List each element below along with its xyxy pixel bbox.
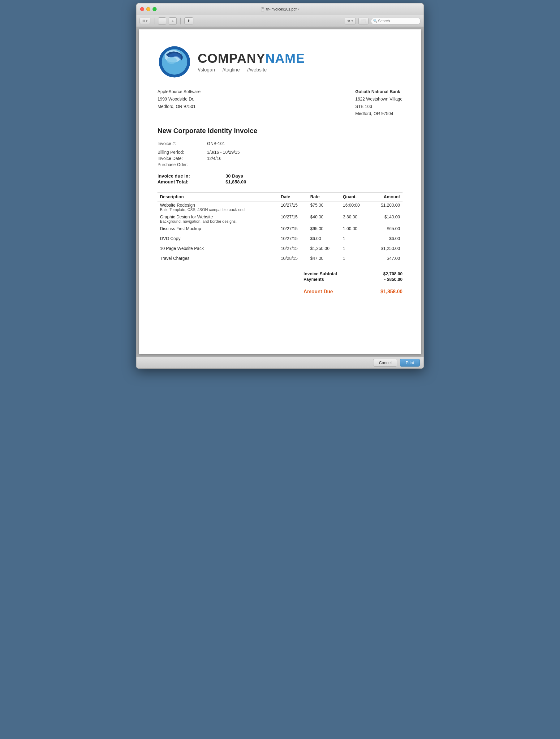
content-area: COMPANY NAME //slogan //tagline //websit… — [136, 27, 424, 357]
row-rate: $1,250.00 — [308, 242, 340, 252]
summary-row-total: Amount Total: $1,858.00 — [157, 179, 403, 184]
meta-row-date: Invoice Date: 12/4/16 — [157, 156, 403, 161]
row-date: 10/27/15 — [278, 201, 308, 213]
meta-row-po: Purchase Oder: — [157, 162, 403, 167]
recipient-address: Goliath National Bank 1622 Westshown Vil… — [355, 88, 403, 118]
svg-point-5 — [166, 57, 177, 64]
meta-label-billing: Billing Period: — [157, 150, 207, 155]
recipient-name: Goliath National Bank — [355, 88, 403, 96]
meta-label-invoice: Invoice #: — [157, 141, 207, 146]
table-body: Website Redesign Build Template, CSS, JS… — [157, 201, 403, 262]
chevron-down-icon: ▾ — [146, 19, 148, 23]
row-date: 10/28/15 — [278, 252, 308, 262]
logo-area: COMPANY NAME //slogan //tagline //websit… — [157, 45, 305, 79]
subtotal-row: Invoice Subtotal $2,708.00 — [157, 271, 403, 276]
row-date: 10/27/15 — [278, 213, 308, 225]
row-description: Discuss First Mockup — [157, 225, 278, 232]
summary-label-total: Amount Total: — [157, 179, 226, 184]
col-rate: Rate — [308, 192, 340, 201]
table-row: DVD Copy 10/27/15 $6.00 1 $6.00 — [157, 232, 403, 242]
summary-value-total: $1,858.00 — [226, 179, 246, 184]
tagline-text: //tagline — [223, 67, 240, 73]
row-date: 10/27/15 — [278, 242, 308, 252]
cancel-button[interactable]: Cancel — [373, 359, 397, 366]
meta-value-invoice: GNB-101 — [207, 141, 225, 146]
chevron-down-icon[interactable]: ▾ — [298, 7, 299, 11]
subtotal-area: Invoice Subtotal $2,708.00 Payments - $8… — [157, 271, 403, 294]
meta-value-date: 12/4/16 — [207, 156, 222, 161]
col-quant: Quant. — [340, 192, 370, 201]
subtotal-value: $2,708.00 — [366, 271, 403, 276]
col-description: Description — [157, 192, 278, 201]
summary-row-due: Invoice due in: 30 Days — [157, 173, 403, 178]
annotate-icon: ⬜ — [361, 19, 366, 23]
row-quant: 3:30:00 — [340, 213, 370, 225]
minimize-button[interactable] — [146, 7, 150, 11]
col-date: Date — [278, 192, 308, 201]
row-description: Graphic Design for Website Background, n… — [157, 213, 278, 225]
name-word: NAME — [265, 51, 305, 66]
row-description: Website Redesign Build Template, CSS, JS… — [157, 201, 278, 213]
row-description: Travel Charges — [157, 252, 278, 262]
row-description: DVD Copy — [157, 232, 278, 242]
table-row: Graphic Design for Website Background, n… — [157, 213, 403, 225]
row-date: 10/27/15 — [278, 232, 308, 242]
row-rate: $47.00 — [308, 252, 340, 262]
amount-due-value: $1,858.00 — [366, 289, 403, 294]
title-bar: tn-invoice9201.pdf ▾ — [136, 3, 424, 15]
annotate-button[interactable]: ⬜ — [358, 18, 369, 24]
table-row: Discuss First Mockup 10/27/15 $65.00 1:0… — [157, 225, 403, 232]
row-desc-sub: Background, navigation, and border desig… — [160, 219, 276, 224]
addresses-section: AppleSource Software 1999 Woodside Dr. M… — [157, 88, 403, 118]
row-amount: $6.00 — [370, 232, 403, 242]
close-button[interactable] — [140, 7, 144, 11]
row-amount: $1,200.00 — [370, 201, 403, 213]
share-icon: ⬆ — [187, 19, 190, 23]
company-name-area: COMPANY NAME //slogan //tagline //websit… — [198, 51, 305, 73]
amount-due-label: Amount Due — [303, 289, 366, 294]
row-amount: $140.00 — [370, 213, 403, 225]
zoom-out-icon: − — [161, 19, 163, 23]
chevron-down-icon-pen: ▾ — [352, 19, 353, 23]
row-quant: 16:00:00 — [340, 201, 370, 213]
share-button[interactable]: ⬆ — [184, 17, 193, 24]
website-text: //website — [247, 67, 267, 73]
table-row: 10 Page Website Pack 10/27/15 $1,250.00 … — [157, 242, 403, 252]
sender-address2: Medford, OR 97501 — [157, 103, 200, 111]
pdf-page: COMPANY NAME //slogan //tagline //websit… — [139, 29, 421, 354]
payments-row: Payments - $850.00 — [157, 277, 403, 282]
sender-name: AppleSource Software — [157, 88, 200, 96]
meta-value-billing: 3/3/16 - 10/29/15 — [207, 150, 240, 155]
zoom-out-button[interactable]: − — [158, 17, 166, 25]
zoom-in-icon: + — [171, 19, 174, 23]
invoice-meta: Invoice #: GNB-101 Billing Period: 3/3/1… — [157, 141, 403, 167]
zoom-in-button[interactable]: + — [169, 17, 177, 25]
row-amount: $47.00 — [370, 252, 403, 262]
table-head: Description Date Rate Quant. Amount — [157, 192, 403, 201]
recipient-address2: STE 103 — [355, 103, 403, 111]
window-title-area: tn-invoice9201.pdf ▾ — [261, 7, 299, 11]
toolbar-separator — [154, 18, 154, 24]
meta-row-billing: Billing Period: 3/3/16 - 10/29/15 — [157, 150, 403, 155]
row-rate: $65.00 — [308, 225, 340, 232]
toolbar: ⊞ ▾ − + ⬆ ✏ ▾ ⬜ 🔍 — [136, 15, 424, 27]
invoice-header: COMPANY NAME //slogan //tagline //websit… — [157, 45, 403, 79]
pdf-icon — [261, 7, 265, 11]
maximize-button[interactable] — [153, 7, 157, 11]
subtotal-label: Invoice Subtotal — [303, 271, 366, 276]
table-header-row: Description Date Rate Quant. Amount — [157, 192, 403, 201]
row-rate: $75.00 — [308, 201, 340, 213]
payments-label: Payments — [303, 277, 366, 282]
invoice-table: Description Date Rate Quant. Amount Webs… — [157, 192, 403, 262]
traffic-lights — [140, 7, 157, 11]
print-button[interactable]: Print — [400, 359, 420, 366]
pen-icon: ✏ — [347, 19, 351, 23]
search-input[interactable] — [371, 18, 420, 24]
invoice-title: New Corporate Identity Invoice — [157, 127, 403, 135]
sidebar-toggle-button[interactable]: ⊞ ▾ — [140, 18, 150, 24]
summary-value-due: 30 Days — [226, 173, 243, 178]
sidebar-icon: ⊞ — [142, 19, 145, 23]
pen-tool-button[interactable]: ✏ ▾ — [345, 18, 356, 24]
table-row: Website Redesign Build Template, CSS, JS… — [157, 201, 403, 213]
bottom-bar: Cancel Print — [136, 357, 424, 368]
